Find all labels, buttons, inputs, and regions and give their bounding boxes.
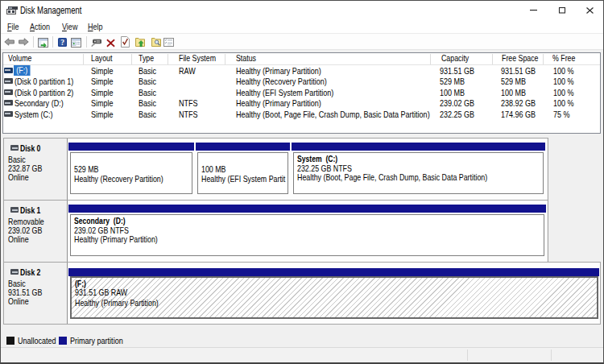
svg-text:?: ? xyxy=(60,39,64,47)
